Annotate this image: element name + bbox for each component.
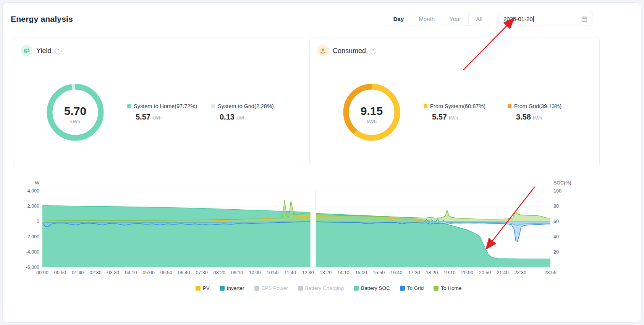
svg-text:12:30: 12:30 (302, 270, 314, 275)
consumed-kpi-from-grid: From Grid(39.13%) 3.58kWh (508, 103, 592, 121)
legend-swatch (196, 286, 201, 291)
consumed-kpi-from-system: From System(60.87%) 5.57kWh (424, 103, 508, 121)
consumed-title: Consumed (333, 47, 366, 55)
legend-label: EPS Power (262, 285, 288, 291)
legend-swatch (424, 104, 427, 108)
help-icon[interactable]: ? (55, 48, 61, 54)
svg-text:W: W (35, 180, 39, 186)
consumed-donut: 9.15 kWh (335, 76, 408, 149)
consumed-total: 9.15 (361, 105, 383, 117)
page-header: Energy analysis Day Month Year All 2025-… (3, 3, 641, 26)
svg-text:23:55: 23:55 (544, 270, 556, 275)
consumed-card: Consumed ? 9.15 kWh From System(60.87%) (309, 37, 600, 167)
kpi-unit: kWh (533, 115, 542, 121)
svg-text:-6,000: -6,000 (26, 265, 39, 270)
svg-text:20:50: 20:50 (479, 270, 491, 275)
svg-text:-2,000: -2,000 (26, 234, 39, 239)
svg-text:22:30: 22:30 (515, 270, 526, 275)
svg-text:06:40: 06:40 (178, 270, 190, 275)
legend-swatch (211, 104, 215, 108)
yield-title: Yield (36, 47, 51, 55)
legend-item-to-grid[interactable]: To Grid (400, 285, 424, 291)
svg-text:13:20: 13:20 (320, 270, 332, 275)
svg-text:15:50: 15:50 (373, 270, 385, 275)
svg-text:08:20: 08:20 (214, 270, 225, 275)
svg-text:0: 0 (37, 219, 39, 224)
legend-label: Battery SOC (361, 285, 390, 291)
legend-item-battery-soc[interactable]: Battery SOC (354, 285, 390, 291)
tab-year[interactable]: Year (442, 12, 468, 26)
svg-text:10:50: 10:50 (267, 270, 278, 275)
yield-kpi-system-to-grid: System to Grid(2.28%) 0.13kWh (211, 103, 295, 121)
svg-text:14:10: 14:10 (337, 270, 349, 275)
legend-item-to-home[interactable]: To Home (434, 285, 461, 291)
svg-text:4,000: 4,000 (28, 188, 39, 194)
period-controls: Day Month Year All 2025-01-20 (386, 12, 592, 26)
svg-text:16:40: 16:40 (390, 270, 402, 275)
kpi-value: 5.57 (136, 113, 150, 121)
yield-total: 5.70 (64, 105, 86, 117)
svg-text:03:20: 03:20 (107, 270, 119, 275)
yield-donut: 5.70 kWh (39, 76, 112, 149)
yield-kpi-system-to-home: System to Home(97.72%) 5.57kWh (127, 103, 211, 121)
legend-item-battery-charging[interactable]: Battery Charging (298, 285, 344, 291)
svg-text:00:50: 00:50 (54, 270, 66, 275)
svg-text:19:10: 19:10 (443, 270, 455, 275)
kpi-label: System to Grid(2.28%) (218, 103, 274, 109)
svg-text:01:40: 01:40 (72, 270, 84, 275)
svg-text:20: 20 (553, 249, 559, 255)
tab-all[interactable]: All (468, 12, 490, 26)
legend-swatch (220, 286, 225, 291)
legend-item-pv[interactable]: PV (196, 285, 210, 291)
svg-text:21:40: 21:40 (497, 270, 508, 275)
period-tabs: Day Month Year All (386, 12, 490, 26)
legend-label: PV (203, 285, 210, 291)
legend-swatch (254, 286, 259, 291)
svg-text:02:30: 02:30 (89, 270, 101, 275)
svg-text:-4,000: -4,000 (26, 249, 39, 255)
svg-text:60: 60 (553, 219, 559, 224)
legend-swatch (354, 286, 359, 291)
svg-text:100: 100 (553, 188, 561, 194)
yield-card: Yield ? 5.70 kWh System to Home(97.72%) (13, 37, 303, 167)
svg-text:00:00: 00:00 (36, 270, 48, 275)
legend-label: Battery Charging (305, 285, 344, 291)
help-icon[interactable]: ? (370, 48, 376, 54)
date-picker-input[interactable]: 2025-01-20 (498, 12, 592, 26)
svg-text:10:00: 10:00 (249, 270, 261, 275)
text-caret (533, 16, 534, 22)
kpi-value: 3.58 (516, 113, 531, 121)
svg-text:20:00: 20:00 (461, 270, 473, 275)
kpi-unit: kWh (152, 115, 162, 121)
legend-swatch (298, 286, 303, 291)
page-title: Energy analysis (11, 15, 73, 24)
legend-item-eps-power[interactable]: EPS Power (254, 285, 288, 291)
tab-month[interactable]: Month (411, 12, 442, 26)
kpi-value: 0.13 (220, 113, 235, 121)
app-window: Energy analysis Day Month Year All 2025-… (2, 2, 642, 323)
svg-text:2,000: 2,000 (28, 204, 39, 209)
svg-text:05:50: 05:50 (160, 270, 172, 275)
kpi-value: 5.57 (432, 113, 447, 121)
svg-text:04:10: 04:10 (125, 270, 137, 275)
legend-item-inverter[interactable]: Inverter (220, 285, 244, 291)
svg-text:09:10: 09:10 (231, 270, 243, 275)
svg-text:11:40: 11:40 (285, 270, 296, 275)
legend-swatch (400, 286, 405, 291)
date-value: 2025-01-20 (503, 16, 533, 22)
energy-chart-svg[interactable]: 4,0002,0000-2,000-4,000-6,00010080604020… (16, 180, 577, 276)
legend-label: To Grid (407, 285, 424, 291)
kpi-unit: kWh (449, 115, 458, 121)
yield-total-unit: kWh (70, 119, 80, 125)
legend-swatch (127, 104, 131, 108)
svg-text:15:00: 15:00 (355, 270, 367, 275)
kpi-label: From Grid(39.13%) (514, 103, 561, 109)
energy-chart: 4,0002,0000-2,000-4,000-6,00010080604020… (16, 180, 641, 291)
svg-text:07:30: 07:30 (196, 270, 207, 275)
calendar-icon[interactable] (581, 16, 587, 22)
svg-text:40: 40 (553, 234, 559, 239)
kpi-label: From System(60.87%) (430, 103, 485, 109)
svg-text:05:00: 05:00 (142, 270, 154, 275)
tab-day[interactable]: Day (386, 12, 411, 26)
kpi-label: System to Home(97.72%) (134, 103, 197, 109)
